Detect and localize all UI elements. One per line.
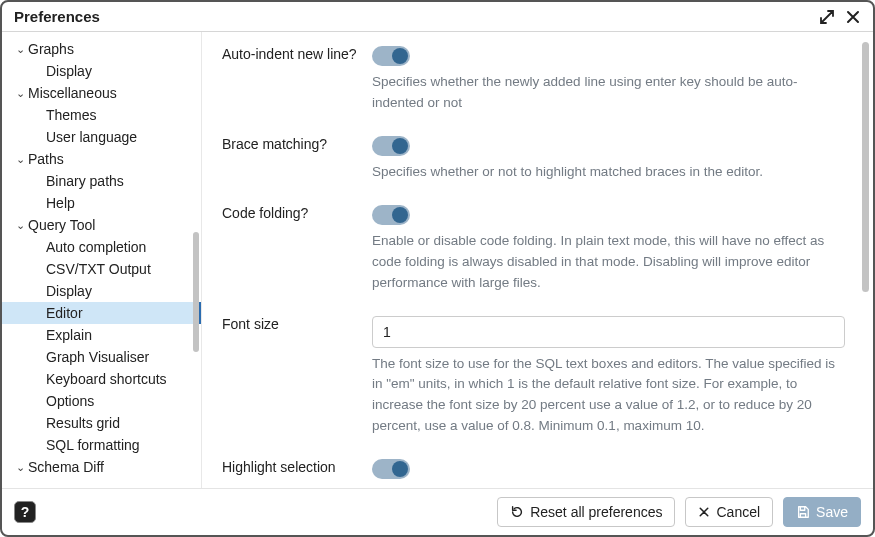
brace-desc: Specifies whether or not to highlight ma…: [372, 162, 845, 183]
folding-label: Code folding?: [222, 205, 372, 294]
sidebar-group-querytool[interactable]: ⌄Query Tool: [2, 214, 201, 236]
autoindent-toggle[interactable]: [372, 46, 410, 66]
cancel-button[interactable]: Cancel: [685, 497, 773, 527]
highlight-toggle[interactable]: [372, 459, 410, 479]
close-icon[interactable]: [845, 9, 861, 25]
content-scrollbar[interactable]: [862, 42, 869, 292]
sidebar-item-options[interactable]: Options: [2, 390, 201, 412]
content-pane: Auto-indent new line? Specifies whether …: [202, 32, 873, 488]
sidebar: ⌄Graphs Display ⌄Miscellaneous Themes Us…: [2, 32, 202, 488]
reset-icon: [510, 505, 524, 519]
save-button[interactable]: Save: [783, 497, 861, 527]
expand-icon[interactable]: [819, 9, 835, 25]
folding-toggle[interactable]: [372, 205, 410, 225]
autoindent-desc: Specifies whether the newly added line u…: [372, 72, 845, 114]
window-title: Preferences: [14, 8, 100, 25]
chevron-down-icon: ⌄: [12, 87, 28, 100]
sidebar-item-display2[interactable]: Display: [2, 280, 201, 302]
sidebar-item-autocompletion[interactable]: Auto completion: [2, 236, 201, 258]
save-icon: [796, 505, 810, 519]
sidebar-item-display[interactable]: Display: [2, 60, 201, 82]
sidebar-group-graphs[interactable]: ⌄Graphs: [2, 38, 201, 60]
brace-toggle[interactable]: [372, 136, 410, 156]
sidebar-item-keyboard[interactable]: Keyboard shortcuts: [2, 368, 201, 390]
sidebar-item-userlang[interactable]: User language: [2, 126, 201, 148]
chevron-down-icon: ⌄: [12, 153, 28, 166]
chevron-down-icon: ⌄: [12, 461, 28, 474]
sidebar-item-binarypaths[interactable]: Binary paths: [2, 170, 201, 192]
sidebar-item-results[interactable]: Results grid: [2, 412, 201, 434]
sidebar-group-schemadiff[interactable]: ⌄Schema Diff: [2, 456, 201, 478]
sidebar-item-editor[interactable]: Editor: [2, 302, 201, 324]
brace-label: Brace matching?: [222, 136, 372, 183]
highlight-label: Highlight selection: [222, 459, 372, 479]
sidebar-item-csvtxt[interactable]: CSV/TXT Output: [2, 258, 201, 280]
close-icon: [698, 506, 710, 518]
fontsize-desc: The font size to use for the SQL text bo…: [372, 354, 845, 438]
sidebar-group-paths[interactable]: ⌄Paths: [2, 148, 201, 170]
sidebar-item-help[interactable]: Help: [2, 192, 201, 214]
chevron-down-icon: ⌄: [12, 219, 28, 232]
sidebar-item-graphvis[interactable]: Graph Visualiser: [2, 346, 201, 368]
folding-desc: Enable or disable code folding. In plain…: [372, 231, 845, 294]
sidebar-group-misc[interactable]: ⌄Miscellaneous: [2, 82, 201, 104]
help-button[interactable]: ?: [14, 501, 36, 523]
fontsize-label: Font size: [222, 316, 372, 438]
autoindent-label: Auto-indent new line?: [222, 46, 372, 114]
sidebar-item-themes[interactable]: Themes: [2, 104, 201, 126]
fontsize-input[interactable]: [372, 316, 845, 348]
reset-button[interactable]: Reset all preferences: [497, 497, 675, 527]
sidebar-item-explain[interactable]: Explain: [2, 324, 201, 346]
sidebar-scrollbar[interactable]: [193, 232, 199, 352]
sidebar-item-sqlfmt[interactable]: SQL formatting: [2, 434, 201, 456]
chevron-down-icon: ⌄: [12, 43, 28, 56]
